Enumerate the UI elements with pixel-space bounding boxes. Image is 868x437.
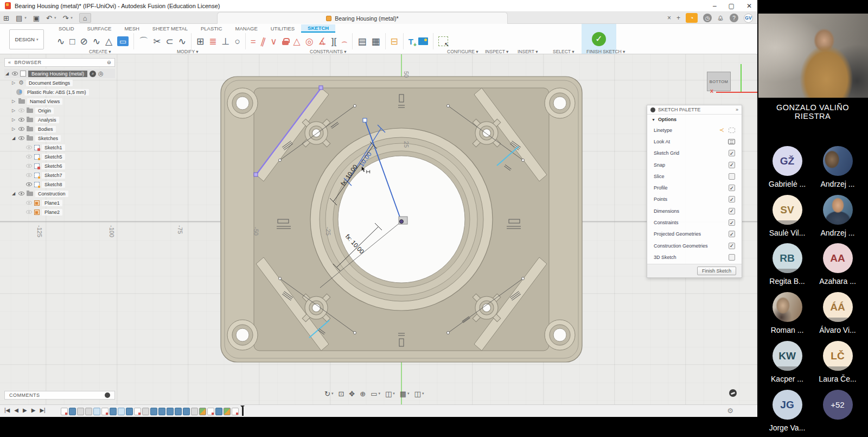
tab-solid[interactable]: SOLID [52,24,81,33]
pan-icon[interactable]: ✥ [349,390,355,398]
timeline-gear-icon[interactable]: ⚙ [727,407,733,415]
construction-line-icon[interactable] [729,128,735,133]
finish-sketch-palette-button[interactable]: Finish Sketch [697,267,736,275]
tree-row[interactable]: ◢ Construction [4,189,115,198]
home-view-icon[interactable]: ⌂ [79,13,91,23]
line-tool-icon[interactable]: ∿ [57,37,65,46]
perpendicular-line-icon[interactable]: ⊥ [222,37,230,46]
participant-tile[interactable]: Andrzej ... [812,146,863,188]
concentric-constraint-icon[interactable]: ◎ [305,37,314,46]
configure-table-icon[interactable]: ▦ [371,37,380,46]
activate-icon[interactable]: ◎ [98,70,104,77]
tree-row[interactable]: Sketch7 [4,170,115,180]
minimize-button[interactable]: – [713,2,717,10]
grid-settings-icon[interactable]: ▦ [400,390,406,398]
speaker-video[interactable] [758,14,868,98]
orbit-icon[interactable]: ↻ [324,390,330,398]
tab-plastic[interactable]: PLASTIC [194,24,229,33]
expander-icon[interactable]: ◢ [11,191,16,196]
select-label[interactable]: SELECT ▾ [553,49,575,54]
tree-row[interactable]: Plane2 [4,207,115,217]
tab-sketch[interactable]: SKETCH [301,24,335,33]
close-button[interactable]: ✕ [746,2,752,10]
circle-tool-icon[interactable]: ⊘ [80,37,88,46]
redo-icon[interactable]: ↷ [62,14,68,22]
active-rectangle-tool-icon[interactable]: ▭ [117,36,129,46]
edge-endpoint-2[interactable] [319,86,323,90]
dimensions-checkbox[interactable]: ✓ [729,208,735,214]
tree-root-row[interactable]: ◢ Bearing Housing (metal) ⌕ ◎ [4,69,115,78]
configure-label[interactable]: CONFIGURE ▾ [447,49,478,54]
visibility-eye-icon[interactable] [26,210,32,214]
participant-tile[interactable]: SV Saulė Vil... [762,195,813,237]
tree-row[interactable]: ▷ Bodies [4,124,115,134]
expander-icon[interactable]: ▷ [11,99,16,104]
look-at-nav-icon[interactable]: ⊡ [338,390,344,398]
insert-image-icon[interactable] [418,37,428,45]
collapse-all-icon[interactable]: ⊖ [107,60,111,65]
participant-tile[interactable]: LČ Laura Če... [812,341,863,383]
finish-sketch-label[interactable]: FINISH SKETCH ▾ [586,49,625,54]
expander-icon[interactable]: ◢ [11,136,16,141]
timeline-features[interactable] [61,407,244,416]
select-tool-icon[interactable] [438,36,448,46]
participant-tile[interactable]: Roman ... [762,292,813,334]
insert-bolt-icon[interactable]: T+ [409,37,413,46]
file-menu-icon[interactable]: ▤ [16,14,22,22]
visibility-eye-icon[interactable] [26,164,32,168]
options-section[interactable]: ▼ Options [647,115,742,124]
trim-tool-icon[interactable]: ✂ [153,37,161,46]
tangent-constraint-icon[interactable]: ⌢ [341,37,347,46]
notifications-bell-icon[interactable]: 🕭 [717,14,724,22]
tree-row[interactable]: ▷ Named Views [4,97,115,106]
parallel-constraint-icon[interactable]: ∥ [259,36,266,47]
save-icon[interactable]: ▣ [33,14,40,22]
measure-icon[interactable]: ⊟ [391,37,398,46]
palette-header[interactable]: SKETCH PALETTE » [647,105,742,115]
projected-geometries-checkbox[interactable]: ✓ [729,231,735,237]
cone-tool-icon[interactable]: △ [105,37,112,46]
step-back-icon[interactable]: ◀ [14,407,18,413]
sketch-grid-checkbox[interactable]: ✓ [729,150,735,156]
participant-tile[interactable]: +52 [812,390,863,423]
rectangular-pattern-icon[interactable]: ⊞ [196,37,204,46]
visibility-eye-icon[interactable] [26,145,32,149]
tree-row[interactable]: ▷ ⚙ Document Settings [4,78,115,87]
tree-row[interactable]: ▷ Analysis [4,115,115,124]
look-at-icon[interactable] [728,139,735,144]
profile-checkbox[interactable]: ✓ [729,185,735,191]
tree-row[interactable]: Sketch1 [4,143,115,152]
comments-bar[interactable]: COMMENTS [4,391,115,400]
edge-endpoint-1[interactable] [254,173,258,176]
equal-constraint-icon[interactable]: = [251,37,256,46]
tree-row[interactable]: Plastic Rule: ABS (1,5 mm) [4,87,115,97]
document-tab[interactable]: Bearing Housing (metal)* [217,12,508,24]
visibility-eye-icon[interactable] [18,192,24,195]
polygon-constraint-icon[interactable]: △ [293,37,301,46]
fillet-tool-icon[interactable]: ⌒ [139,37,148,46]
rectangle-tool-icon[interactable]: □ [69,37,75,46]
visibility-eye-icon[interactable] [18,136,24,140]
break-tool-icon[interactable]: ∿ [178,37,186,46]
tree-row[interactable]: ▷ Origin [4,106,115,115]
undo-icon[interactable]: ↶ [46,14,52,22]
fit-icon[interactable]: ▭ [371,390,377,398]
participant-tile[interactable]: AA Azahara ... [812,243,863,286]
visibility-eye-icon[interactable] [26,201,32,205]
zoom-icon[interactable]: ⊕ [360,390,366,398]
tree-row[interactable]: Sketch5 [4,152,115,161]
collapse-panel-icon[interactable]: « [8,60,11,65]
participant-tile[interactable]: GŽ Gabrielė ... [762,146,813,188]
expander-icon[interactable]: ▷ [11,117,16,122]
browser-header[interactable]: « BROWSER ⊖ [4,58,115,67]
visibility-eye-icon[interactable] [12,72,18,75]
3d-sketch-checkbox[interactable] [729,254,735,261]
job-status-icon[interactable]: ◷ [703,14,712,22]
visibility-eye-icon[interactable] [26,173,32,177]
perpendicular-constraint-icon[interactable]: ∨ [270,37,277,46]
tab-sheet-metal[interactable]: SHEET METAL [146,24,194,33]
new-tab-icon[interactable]: + [676,14,680,22]
symmetry-constraint-icon[interactable]: ][ [331,37,336,46]
tree-row[interactable]: Plane1 [4,198,115,207]
extensions-icon[interactable]: ◔ [686,13,698,23]
